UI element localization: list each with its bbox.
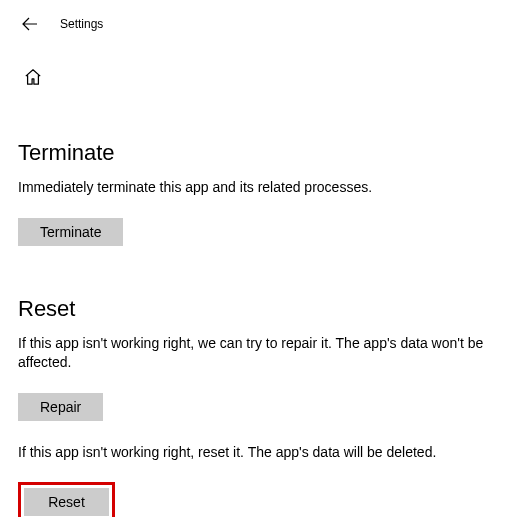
terminate-description: Immediately terminate this app and its r… <box>18 178 505 198</box>
reset-heading: Reset <box>18 296 505 322</box>
reset-description: If this app isn't working right, reset i… <box>18 443 505 463</box>
back-button[interactable] <box>18 12 42 36</box>
repair-description: If this app isn't working right, we can … <box>18 334 505 373</box>
repair-button[interactable]: Repair <box>18 393 103 421</box>
back-arrow-icon <box>22 16 38 32</box>
page-title: Settings <box>60 17 103 31</box>
terminate-section: Terminate Immediately terminate this app… <box>18 140 505 246</box>
repair-button-row: Repair <box>18 393 505 421</box>
terminate-heading: Terminate <box>18 140 505 166</box>
reset-button-highlight: Reset <box>18 482 115 517</box>
terminate-button[interactable]: Terminate <box>18 218 123 246</box>
home-button[interactable] <box>20 64 46 90</box>
reset-button[interactable]: Reset <box>24 488 109 516</box>
reset-section: Reset If this app isn't working right, w… <box>18 296 505 517</box>
home-icon <box>24 68 42 86</box>
header: Settings <box>18 8 505 36</box>
